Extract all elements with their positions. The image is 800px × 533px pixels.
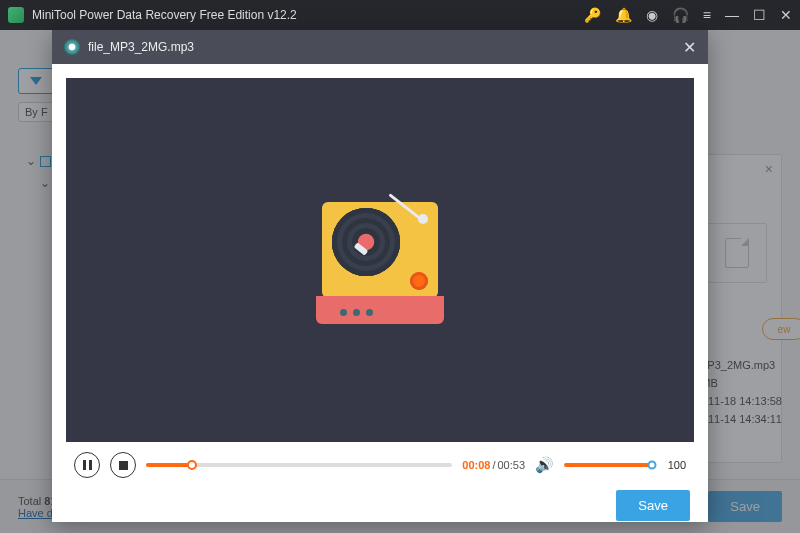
stop-button[interactable] xyxy=(110,452,136,478)
close-icon[interactable]: ✕ xyxy=(683,38,696,57)
turntable-art-icon xyxy=(316,196,444,324)
pause-button[interactable] xyxy=(74,452,100,478)
volume-icon[interactable]: 🔊 xyxy=(535,456,554,474)
app-title: MiniTool Power Data Recovery Free Editio… xyxy=(32,8,584,22)
stop-icon xyxy=(119,461,128,470)
media-player-canvas xyxy=(66,78,694,442)
modal-header: file_MP3_2MG.mp3 ✕ xyxy=(52,30,708,64)
media-preview-modal: file_MP3_2MG.mp3 ✕ 00:08/00:53 xyxy=(52,30,708,522)
app-titlebar: MiniTool Power Data Recovery Free Editio… xyxy=(0,0,800,30)
key-icon[interactable]: 🔑 xyxy=(584,7,601,23)
media-file-icon xyxy=(64,39,80,55)
bell-icon[interactable]: 🔔 xyxy=(615,7,632,23)
current-time: 00:08 xyxy=(462,459,490,471)
pause-icon xyxy=(83,460,92,470)
duration: 00:53 xyxy=(497,459,525,471)
modal-title: file_MP3_2MG.mp3 xyxy=(88,40,683,54)
minimize-icon[interactable]: — xyxy=(725,7,739,23)
time-display: 00:08/00:53 xyxy=(462,459,525,471)
app-logo-icon xyxy=(8,7,24,23)
disc-icon[interactable]: ◉ xyxy=(646,7,658,23)
save-button[interactable]: Save xyxy=(616,490,690,521)
close-app-icon[interactable]: ✕ xyxy=(780,7,792,23)
volume-slider[interactable] xyxy=(564,463,652,467)
volume-value: 100 xyxy=(662,459,686,471)
modal-footer: Save xyxy=(52,488,708,522)
menu-icon[interactable]: ≡ xyxy=(703,7,711,23)
player-controls: 00:08/00:53 🔊 100 xyxy=(66,442,694,488)
volume-thumb[interactable] xyxy=(648,461,657,470)
seek-bar[interactable] xyxy=(146,463,452,467)
maximize-icon[interactable]: ☐ xyxy=(753,7,766,23)
seek-thumb[interactable] xyxy=(187,460,197,470)
headphones-icon[interactable]: 🎧 xyxy=(672,7,689,23)
seek-fill xyxy=(146,463,192,467)
